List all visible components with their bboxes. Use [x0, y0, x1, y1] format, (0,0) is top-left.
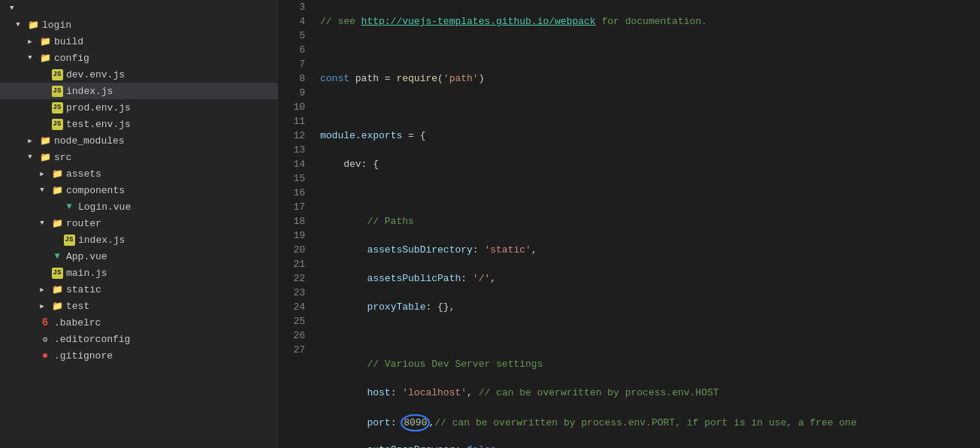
code-line-15: // Various Dev Server settings — [320, 357, 980, 371]
dot-icon-git: ● — [39, 350, 51, 362]
sidebar-item-build[interactable]: 📁 build — [0, 33, 278, 50]
sidebar-item-app-vue[interactable]: ▼ App.vue — [0, 248, 278, 265]
code-line-5: const path = require('path') — [320, 71, 980, 86]
sidebar-label-assets: assets — [66, 168, 101, 180]
assets-chevron — [36, 168, 48, 180]
code-line-8: dev: { — [320, 157, 980, 171]
sidebar-label-login: login — [42, 20, 71, 31]
folder-icon: 📁 — [27, 19, 39, 31]
sidebar-item-test[interactable]: 📁 test — [0, 298, 278, 314]
code-line-9 — [320, 186, 980, 200]
spacer — [36, 85, 48, 97]
test-chevron — [36, 300, 48, 312]
gear-icon-editor: ⚙ — [39, 333, 51, 345]
sidebar-label-components: components — [66, 185, 125, 196]
sidebar-item-babelrc[interactable]: 6 .babelrc — [0, 314, 278, 331]
static-chevron — [36, 283, 48, 295]
js-icon-router: JS — [63, 234, 75, 246]
sidebar-label-router-index: index.js — [78, 235, 125, 246]
spacer — [24, 333, 36, 345]
file-explorer: 📁 login 📁 build 📁 config JS dev.env.js J… — [0, 0, 278, 448]
code-line-18: autoOpenBrowser: false, — [320, 443, 980, 448]
login-chevron — [12, 19, 24, 31]
sidebar-label-static: static — [66, 284, 101, 295]
sidebar-item-config[interactable]: 📁 config — [0, 50, 278, 66]
spacer — [36, 118, 48, 130]
sidebar-label-node-modules: node_modules — [54, 135, 125, 147]
spacer — [36, 101, 48, 114]
sidebar-item-main-js[interactable]: JS main.js — [0, 265, 278, 281]
spacer — [36, 267, 48, 279]
code-line-7: module.exports = { — [320, 129, 980, 143]
folder-icon-static: 📁 — [51, 283, 63, 295]
js-icon-test: JS — [51, 118, 63, 130]
js-icon-index: JS — [51, 85, 63, 97]
vue-icon-app: ▼ — [51, 250, 63, 262]
js-icon-dev: JS — [51, 68, 63, 80]
sidebar-item-editorconfig[interactable]: ⚙ .editorconfig — [0, 331, 278, 347]
src-chevron — [24, 151, 36, 163]
sidebar-label-router: router — [66, 218, 101, 229]
spacer — [24, 350, 36, 362]
sidebar-label-editorconfig: .editorconfig — [54, 334, 130, 345]
code-editor: 3 4 5 6 7 8 9 10 11 12 13 14 15 16 17 18… — [278, 0, 980, 448]
code-area[interactable]: 3 4 5 6 7 8 9 10 11 12 13 14 15 16 17 18… — [278, 0, 980, 448]
spacer — [48, 201, 60, 213]
code-line-11: assetsSubDirectory: 'static', — [320, 243, 980, 257]
code-lines: // see http://vuejs-templates.github.io/… — [314, 0, 980, 448]
sidebar-label-build: build — [54, 36, 83, 47]
spacer — [24, 316, 36, 328]
spacer — [36, 250, 48, 262]
code-line-14 — [320, 328, 980, 343]
sidebar-label-src: src — [54, 152, 71, 163]
components-chevron — [36, 184, 48, 196]
js-icon-main: JS — [51, 267, 63, 279]
spacer — [36, 68, 48, 80]
build-chevron — [24, 35, 36, 47]
sidebar-label-prod-env: prod.env.js — [66, 102, 131, 114]
folder-icon-config: 📁 — [39, 52, 51, 64]
sidebar-label-test-env: test.env.js — [66, 119, 131, 130]
code-line-6 — [320, 100, 980, 114]
sidebar-item-static[interactable]: 📁 static — [0, 281, 278, 298]
vue-icon-login: ▼ — [63, 201, 75, 213]
code-line-12: assetsPublicPath: '/', — [320, 271, 980, 286]
code-line-4 — [320, 43, 980, 57]
code-line-10: // Paths — [320, 214, 980, 229]
code-line-3: // see http://vuejs-templates.github.io/… — [320, 14, 980, 29]
sidebar-label-gitignore: .gitignore — [54, 350, 113, 362]
sidebar-label-babelrc: .babelrc — [54, 317, 101, 328]
sidebar-item-components[interactable]: 📁 components — [0, 182, 278, 198]
sidebar-item-gitignore[interactable]: ● .gitignore — [0, 347, 278, 364]
project-root — [0, 0, 278, 17]
folder-icon-assets: 📁 — [51, 168, 63, 180]
folder-icon-router: 📁 — [51, 217, 63, 229]
sidebar-item-router-index[interactable]: JS index.js — [0, 232, 278, 248]
sidebar-label-dev-env: dev.env.js — [66, 69, 125, 80]
root-chevron[interactable] — [6, 2, 18, 14]
code-line-17: port: 8090,// can be overwritten by proc… — [320, 414, 980, 428]
sidebar-item-src[interactable]: 📁 src — [0, 149, 278, 165]
spacer — [48, 234, 60, 246]
sidebar-label-app-vue: App.vue — [66, 251, 107, 262]
sidebar-label-main-js: main.js — [66, 268, 107, 279]
js-icon-prod: JS — [51, 101, 63, 114]
folder-icon-node: 📁 — [39, 135, 51, 147]
sidebar-item-index-js[interactable]: JS index.js — [0, 83, 278, 99]
sidebar-label-config: config — [54, 53, 89, 64]
sidebar-item-prod-env[interactable]: JS prod.env.js — [0, 99, 278, 116]
line-numbers: 3 4 5 6 7 8 9 10 11 12 13 14 15 16 17 18… — [278, 0, 314, 448]
sidebar-label-test: test — [66, 301, 89, 312]
folder-icon-test: 📁 — [51, 300, 63, 312]
sidebar-item-assets[interactable]: 📁 assets — [0, 165, 278, 182]
sidebar-item-test-env[interactable]: JS test.env.js — [0, 116, 278, 132]
sidebar-label-index-js: index.js — [66, 86, 113, 97]
code-line-16: host: 'localhost', // can be overwritten… — [320, 386, 980, 400]
sidebar-item-login[interactable]: 📁 login — [0, 17, 278, 33]
sidebar-label-login-vue: Login.vue — [78, 201, 131, 213]
sidebar-item-node-modules[interactable]: 📁 node_modules — [0, 132, 278, 149]
sidebar-item-dev-env[interactable]: JS dev.env.js — [0, 66, 278, 83]
sidebar-item-router[interactable]: 📁 router — [0, 215, 278, 232]
sidebar-item-login-vue[interactable]: ▼ Login.vue — [0, 198, 278, 215]
folder-icon-components: 📁 — [51, 184, 63, 196]
